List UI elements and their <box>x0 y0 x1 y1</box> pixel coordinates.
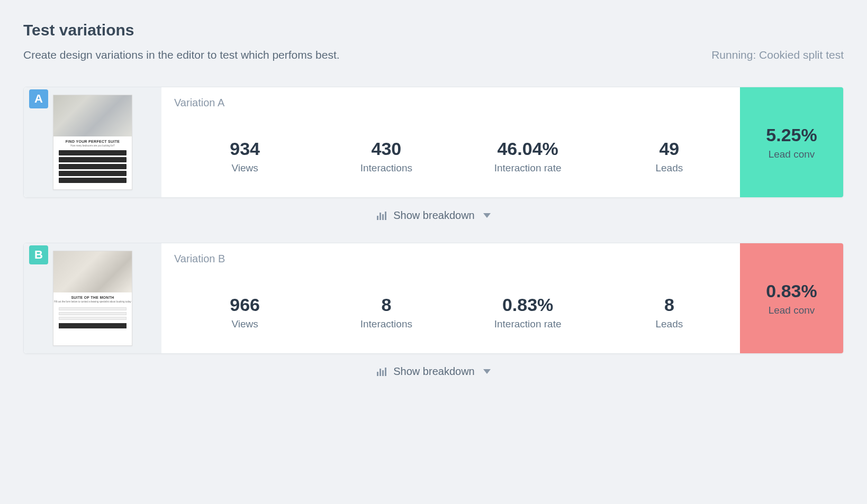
thumbnail-heading: SUITE OF THE MONTH <box>53 292 132 300</box>
metrics-row: 966 Views 8 Interactions 0.83% Interacti… <box>174 271 740 353</box>
metric-interactions: 8 Interactions <box>315 295 457 330</box>
metric-value: 46.04% <box>457 139 599 159</box>
thumbnail-buttons <box>53 149 132 184</box>
lead-conv-b: 0.83% Lead conv <box>740 243 843 353</box>
metric-label: Interactions <box>315 318 457 330</box>
metric-label: Views <box>174 318 315 330</box>
svg-rect-7 <box>385 368 386 376</box>
metric-interactions: 430 Interactions <box>315 139 457 174</box>
variation-body-a: Variation A 934 Views 430 Interactions 4… <box>161 87 740 197</box>
bar-chart-icon <box>376 366 387 377</box>
metric-value: 966 <box>174 295 315 315</box>
thumbnail-preview: SUITE OF THE MONTH Fill out the form bel… <box>53 251 132 346</box>
show-breakdown-label: Show breakdown <box>393 209 474 222</box>
thumbnail-image <box>53 251 132 292</box>
variation-card-a: A FIND YOUR PERFECT SUITE How many bedro… <box>23 87 844 198</box>
svg-rect-4 <box>377 372 378 376</box>
variation-badge-b: B <box>29 245 48 264</box>
svg-rect-3 <box>385 212 386 220</box>
thumbnail-form <box>53 305 132 331</box>
variation-card-b: B SUITE OF THE MONTH Fill out the form b… <box>23 243 844 354</box>
thumbnail-subtext: Fill out the form below to contact a lea… <box>53 300 132 305</box>
lead-conv-label: Lead conv <box>769 149 815 160</box>
metric-views: 934 Views <box>174 139 315 174</box>
svg-rect-0 <box>377 216 378 220</box>
metric-label: Views <box>174 162 315 174</box>
page-subheader: Create design variations in the editor t… <box>23 49 844 61</box>
show-breakdown-a[interactable]: Show breakdown <box>23 198 844 243</box>
thumbnail-preview: FIND YOUR PERFECT SUITE How many bedroom… <box>53 95 132 190</box>
page-title: Test variations <box>23 21 844 39</box>
metric-interaction-rate: 46.04% Interaction rate <box>457 139 599 174</box>
show-breakdown-label: Show breakdown <box>393 365 474 378</box>
lead-conv-a: 5.25% Lead conv <box>740 87 843 197</box>
bar-chart-icon <box>376 210 387 221</box>
svg-rect-5 <box>380 369 381 376</box>
metric-value: 49 <box>599 139 740 159</box>
variation-name: Variation B <box>174 253 740 265</box>
svg-rect-2 <box>382 214 384 220</box>
metric-label: Leads <box>599 162 740 174</box>
metric-leads: 49 Leads <box>599 139 740 174</box>
metric-leads: 8 Leads <box>599 295 740 330</box>
metric-value: 8 <box>315 295 457 315</box>
svg-rect-1 <box>380 213 381 220</box>
metric-value: 8 <box>599 295 740 315</box>
thumbnail-heading: FIND YOUR PERFECT SUITE <box>53 136 132 144</box>
running-status: Running: Cookied split test <box>711 49 844 61</box>
variation-body-b: Variation B 966 Views 8 Interactions 0.8… <box>161 243 740 353</box>
thumbnail-subtext: How many bedrooms are you looking for? <box>53 144 132 149</box>
lead-conv-value: 0.83% <box>766 281 817 301</box>
metric-interaction-rate: 0.83% Interaction rate <box>457 295 599 330</box>
metric-views: 966 Views <box>174 295 315 330</box>
metric-label: Interactions <box>315 162 457 174</box>
metric-label: Interaction rate <box>457 318 599 330</box>
variation-name: Variation A <box>174 97 740 109</box>
chevron-down-icon <box>483 369 491 374</box>
svg-rect-6 <box>382 370 384 376</box>
variation-badge-a: A <box>29 89 48 108</box>
metric-value: 934 <box>174 139 315 159</box>
lead-conv-label: Lead conv <box>769 305 815 316</box>
lead-conv-value: 5.25% <box>766 125 817 145</box>
show-breakdown-b[interactable]: Show breakdown <box>23 354 844 399</box>
metrics-row: 934 Views 430 Interactions 46.04% Intera… <box>174 115 740 197</box>
chevron-down-icon <box>483 213 491 218</box>
metric-label: Leads <box>599 318 740 330</box>
metric-label: Interaction rate <box>457 162 599 174</box>
thumbnail-image <box>53 95 132 136</box>
page-subtitle: Create design variations in the editor t… <box>23 49 340 61</box>
metric-value: 0.83% <box>457 295 599 315</box>
metric-value: 430 <box>315 139 457 159</box>
